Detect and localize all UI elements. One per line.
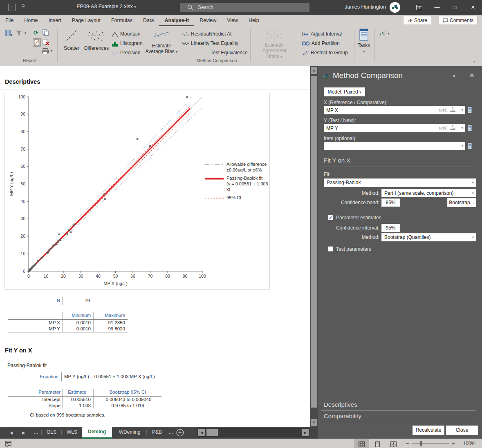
scroll-up-icon[interactable]: ▲ (311, 67, 317, 74)
add-partition-button[interactable]: Add Partition (302, 39, 340, 48)
zoom-slider-thumb[interactable] (420, 441, 422, 446)
report-vertical-scrollbar[interactable]: ▲ ▼ (310, 66, 318, 427)
sheet-tab-ols[interactable]: OLS (43, 427, 61, 439)
minimize-button[interactable]: — (428, 0, 446, 15)
tab-data[interactable]: Data (138, 15, 159, 26)
sheet-tab-pb[interactable]: P&B (148, 427, 166, 439)
test-equivalence-button[interactable]: Test Equivalence (211, 48, 248, 57)
x-field[interactable]: ug/L 0 ▾ (324, 106, 465, 114)
mini-scatter-icon[interactable] (378, 30, 386, 37)
scroll-down-icon[interactable]: ▼ (311, 419, 317, 426)
copy-report-icon[interactable] (43, 29, 49, 36)
x-field-dropdown-icon[interactable]: ▾ (461, 108, 463, 112)
sheet-tabs-ellipsis-right[interactable]: ... (166, 427, 176, 439)
scatter-chart[interactable]: 0102030405060708090100010203040506070809… (4, 93, 270, 290)
report-horizontal-scrollbar[interactable]: ◀ ▶ (197, 428, 309, 437)
tab-file[interactable]: File (0, 15, 19, 26)
scatter-button[interactable]: Scatter (61, 29, 83, 51)
edit-report-button[interactable] (33, 38, 41, 47)
maximize-button[interactable]: □︎ (446, 0, 464, 15)
tab-formulas[interactable]: Formulas (106, 15, 138, 26)
sheet-tabs-ellipsis-left[interactable]: ... (31, 427, 41, 439)
tab-review[interactable]: Review (194, 15, 222, 26)
comments-button[interactable]: Comments (439, 16, 478, 25)
user-name[interactable]: James Huntington (345, 4, 386, 10)
confidence-band-field[interactable] (381, 198, 400, 207)
search-input[interactable] (198, 3, 300, 11)
tab-insert[interactable]: Insert (43, 15, 67, 26)
recalculate-button[interactable]: Recalculate (413, 426, 444, 435)
tab-home[interactable]: Home (19, 15, 43, 26)
ci-method-select[interactable]: Bootstrap (Quantiles)▾ (381, 233, 476, 241)
item-field-dropdown-icon[interactable]: ▾ (461, 144, 463, 148)
confidence-band-input[interactable] (382, 199, 399, 206)
differences-button[interactable]: Differences (84, 29, 109, 51)
macro-record-icon[interactable] (5, 441, 11, 447)
y-column-picker-icon[interactable] (468, 125, 473, 131)
restrict-to-group-button[interactable]: Restrict to Group (302, 48, 348, 57)
scroll-right-icon[interactable]: ▶ (302, 429, 309, 436)
y-input[interactable] (324, 124, 426, 132)
comparability-section-header[interactable]: Comparability (324, 412, 361, 419)
quick-access-toolbar-dropdown-icon[interactable]: ⊇︎̇ (21, 3, 25, 9)
mini-scatter-dropdown-icon[interactable]: ▾ (388, 31, 390, 36)
tab-analyse-it[interactable]: Analyse-it (159, 15, 194, 26)
sheet-tab-deming[interactable]: Deming (82, 427, 112, 439)
precision-button[interactable]: Precision (111, 48, 140, 57)
histogram-button[interactable]: Histogram (111, 39, 143, 48)
print-dropdown-icon[interactable]: ▾ (51, 49, 53, 53)
item-column-picker-icon[interactable] (468, 143, 473, 149)
zoom-slider[interactable] (412, 444, 449, 444)
x-column-picker-icon[interactable] (468, 107, 473, 113)
close-window-button[interactable]: ✕ (464, 0, 482, 15)
ribbon-display-options-button[interactable] (410, 0, 428, 15)
share-button[interactable]: Share (403, 16, 431, 25)
sheet-tab-wls[interactable]: WLS (63, 427, 81, 439)
page-layout-view-button[interactable] (370, 439, 385, 448)
horizontal-scroll-thumb[interactable] (206, 429, 218, 436)
fit-select[interactable]: Passing-Bablok▾ (324, 178, 476, 187)
y-field[interactable]: ug/L 0 ▾ (324, 124, 465, 132)
tab-page-layout[interactable]: Page Layout (67, 15, 106, 26)
linearity-button[interactable]: Linearity (181, 39, 209, 48)
tab-view[interactable]: View (222, 15, 243, 26)
item-field[interactable]: ▾ (324, 142, 465, 150)
new-sheet-icon[interactable] (176, 429, 184, 437)
descriptives-section-header[interactable]: Descriptives (324, 401, 357, 408)
panel-dropdown-icon[interactable]: ▾ (453, 74, 455, 79)
confidence-interval-field[interactable] (381, 224, 400, 232)
test-equality-button[interactable]: Test Equality (211, 39, 238, 48)
scroll-left-icon[interactable]: ◀ (198, 429, 205, 436)
fit-section-header[interactable]: Fit Y on X (324, 157, 350, 164)
zoom-in-icon[interactable]: + (451, 440, 455, 447)
refresh-report-icon[interactable]: ⟳ (34, 29, 38, 36)
page-break-view-button[interactable] (386, 439, 401, 448)
zoom-level[interactable]: 100% (463, 441, 475, 446)
confidence-interval-input[interactable] (382, 224, 399, 232)
x-unit-ruler-icon[interactable]: 0 (450, 107, 456, 113)
sheet-tab-wdeming[interactable]: WDeming (113, 427, 146, 439)
avatar[interactable] (390, 2, 400, 13)
collapse-ribbon-icon[interactable]: ⌃ (473, 60, 476, 66)
residuals-button[interactable]: Residuals (181, 29, 213, 38)
estimate-average-bias-button[interactable]: EstimateAverage Bias ▾ (145, 29, 178, 55)
tab-help[interactable]: Help (243, 15, 265, 26)
bootstrap-button[interactable]: Bootstrap... (447, 198, 476, 207)
autosave-icon[interactable]: ↑ (8, 4, 16, 11)
delete-report-icon[interactable] (43, 39, 49, 45)
normal-view-button[interactable] (354, 439, 369, 448)
tasks-button[interactable]: Tasks▾ (356, 29, 372, 54)
close-button[interactable]: Close (446, 426, 478, 435)
y-unit-ruler-icon[interactable]: 0 (450, 125, 456, 131)
x-input[interactable] (324, 106, 426, 114)
sheet-options-icon[interactable]: ⋮ (189, 429, 195, 435)
method-select[interactable]: Part I (same scale, comparison)▾ (381, 189, 476, 197)
zoom-out-icon[interactable]: − (406, 440, 409, 447)
model-paired-button[interactable]: Model: Paired ▾ (324, 87, 365, 96)
parameter-estimates-checkbox[interactable]: ✓ (328, 215, 333, 220)
mountain-button[interactable]: Mountain (111, 29, 140, 38)
search-box[interactable] (180, 3, 309, 12)
print-report-icon[interactable] (42, 48, 49, 54)
adjust-interval-button[interactable]: Adjust Interval (302, 29, 342, 38)
sheet-nav-right-icon[interactable]: ▶ (22, 430, 25, 435)
